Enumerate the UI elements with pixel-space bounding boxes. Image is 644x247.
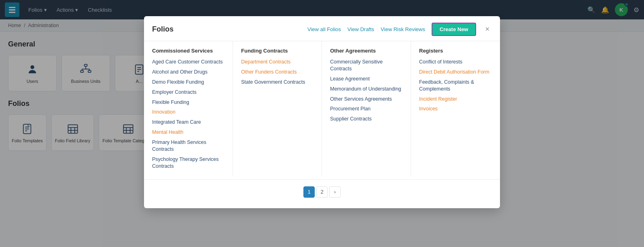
invoices-link[interactable]: Invoices — [419, 106, 492, 112]
view-all-folios-link[interactable]: View all Folios — [307, 26, 341, 32]
integrated-team-care-link[interactable]: Integrated Team Care — [152, 119, 225, 126]
folios-popup: Folios View all Folios View Drafts View … — [144, 16, 500, 208]
list-item: Flexible Funding — [152, 99, 225, 106]
page-next-button[interactable]: › — [329, 186, 341, 198]
list-item: Employer Contracts — [152, 89, 225, 96]
supplier-link[interactable]: Supplier Contracts — [330, 116, 402, 122]
col-title-funding-contracts: Funding Contracts — [241, 48, 314, 54]
modal-overlay: Folios View all Folios View Drafts View … — [0, 0, 644, 247]
flexible-funding-link[interactable]: Flexible Funding — [152, 99, 225, 106]
funding-contracts-list: Department Contracts Other Funders Contr… — [241, 59, 314, 86]
alcohol-drugs-link[interactable]: Alcohol and Other Drugs — [152, 69, 225, 76]
list-item: Memorandum of Understanding — [330, 86, 402, 93]
list-item: Aged Care Customer Contracts — [152, 59, 225, 65]
list-item: Conflict of Interests — [419, 59, 492, 65]
list-item: Feedback, Complaints & Complements — [419, 79, 492, 93]
list-item: Department Contracts — [241, 59, 314, 65]
list-item: Lease Agreement — [330, 76, 402, 82]
popup-title: Folios — [152, 25, 174, 34]
incident-link[interactable]: Incident Register — [419, 96, 492, 103]
list-item: Mental Health — [152, 129, 225, 136]
popup-col-commissioned-services: Commissioned Services Aged Care Customer… — [144, 41, 233, 176]
list-item: Invoices — [419, 106, 492, 112]
list-item: Supplier Contracts — [330, 116, 402, 122]
other-agreements-list: Commercially Sensitive Contracts Lease A… — [330, 59, 402, 122]
innovation-link[interactable]: Innovation — [152, 109, 225, 116]
list-item: Incident Register — [419, 96, 492, 103]
dept-contracts-link[interactable]: Department Contracts — [241, 59, 314, 65]
lease-link[interactable]: Lease Agreement — [330, 76, 402, 82]
mental-health-link[interactable]: Mental Health — [152, 129, 225, 136]
col-title-registers: Registers — [419, 48, 492, 54]
list-item: Innovation — [152, 109, 225, 116]
conflict-link[interactable]: Conflict of Interests — [419, 59, 492, 65]
memorandum-link[interactable]: Memorandum of Understanding — [330, 86, 402, 93]
view-drafts-link[interactable]: View Drafts — [347, 26, 374, 32]
view-risk-reviews-link[interactable]: View Risk Reviews — [381, 26, 425, 32]
state-govt-link[interactable]: State Government Contracts — [241, 79, 314, 86]
list-item: Psychology Therapy Services Contracts — [152, 156, 225, 170]
list-item: Primary Health Services Contracts — [152, 139, 225, 153]
psychology-link[interactable]: Psychology Therapy Services Contracts — [152, 156, 225, 170]
col-title-commissioned-services: Commissioned Services — [152, 48, 225, 54]
demo-flexible-link[interactable]: Demo Flexible Funding — [152, 79, 225, 86]
employer-contracts-link[interactable]: Employer Contracts — [152, 89, 225, 96]
other-funders-link[interactable]: Other Funders Contracts — [241, 69, 314, 76]
other-services-link[interactable]: Other Services Agreements — [330, 96, 402, 103]
popup-pagination: 1 2 › — [144, 179, 500, 200]
list-item: Other Funders Contracts — [241, 69, 314, 76]
list-item: Procurement Plan — [330, 106, 402, 112]
list-item: Other Services Agreements — [330, 96, 402, 103]
page-2-button[interactable]: 2 — [316, 186, 328, 198]
list-item: State Government Contracts — [241, 79, 314, 86]
list-item: Integrated Team Care — [152, 119, 225, 126]
list-item: Direct Debit Authorisation Form — [419, 69, 492, 76]
popup-col-registers: Registers Conflict of Interests Direct D… — [411, 41, 500, 176]
popup-columns: Commissioned Services Aged Care Customer… — [144, 41, 500, 176]
commercially-sensitive-link[interactable]: Commercially Sensitive Contracts — [330, 59, 402, 72]
page-1-button[interactable]: 1 — [303, 186, 315, 198]
col-title-other-agreements: Other Agreements — [330, 48, 402, 54]
popup-col-other-agreements: Other Agreements Commercially Sensitive … — [322, 41, 411, 176]
list-item: Alcohol and Other Drugs — [152, 69, 225, 76]
popup-close-button[interactable]: × — [483, 24, 492, 34]
popup-header: Folios View all Folios View Drafts View … — [144, 16, 500, 41]
list-item: Demo Flexible Funding — [152, 79, 225, 86]
direct-debit-link[interactable]: Direct Debit Authorisation Form — [419, 69, 492, 76]
create-new-button[interactable]: Create New — [432, 23, 477, 36]
popup-col-funding-contracts: Funding Contracts Department Contracts O… — [233, 41, 322, 176]
feedback-link[interactable]: Feedback, Complaints & Complements — [419, 79, 492, 93]
primary-health-link[interactable]: Primary Health Services Contracts — [152, 139, 225, 153]
registers-list: Conflict of Interests Direct Debit Autho… — [419, 59, 492, 112]
aged-care-link[interactable]: Aged Care Customer Contracts — [152, 59, 225, 65]
procurement-link[interactable]: Procurement Plan — [330, 106, 402, 112]
list-item: Commercially Sensitive Contracts — [330, 59, 402, 72]
commissioned-services-list: Aged Care Customer Contracts Alcohol and… — [152, 59, 225, 170]
